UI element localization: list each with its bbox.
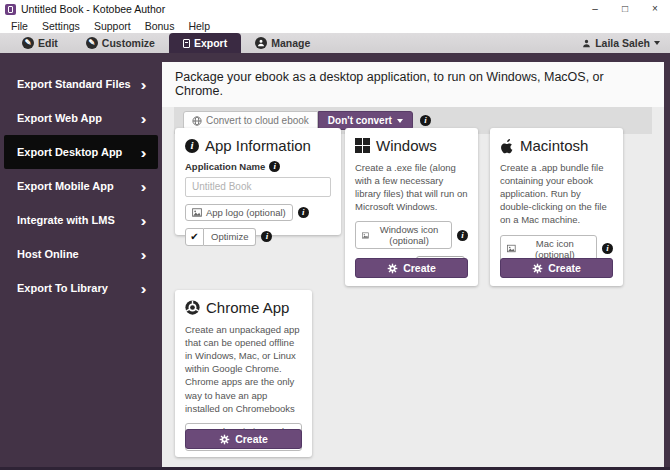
- menu-support[interactable]: Support: [87, 20, 138, 32]
- menu-help[interactable]: Help: [181, 20, 217, 32]
- chevron-right-icon: ›: [141, 77, 147, 92]
- windows-icon-button[interactable]: Windows icon (optional): [355, 221, 452, 249]
- pencil-icon: ✎: [86, 37, 98, 49]
- gear-icon: [387, 263, 398, 274]
- app-area: Export Standard Files › Export Web App ›…: [0, 53, 670, 470]
- maximize-button[interactable]: □: [610, 0, 640, 18]
- check-icon: ✔: [190, 231, 198, 242]
- create-chrome-button[interactable]: Create: [185, 429, 302, 449]
- panel-header: Package your ebook as a desktop applicat…: [162, 62, 664, 107]
- application-name-label: Application Name i: [185, 161, 331, 172]
- image-icon: [507, 244, 516, 253]
- card-title: Windows: [355, 137, 468, 154]
- chevron-right-icon: ›: [141, 213, 147, 228]
- card-description: Create an unpackaged app that can be ope…: [185, 323, 302, 415]
- info-icon: i: [185, 139, 199, 153]
- sidebar-item-integrate-with-lms[interactable]: Integrate with LMS ›: [4, 203, 158, 237]
- sidebar-item-export-to-library[interactable]: Export To Library ›: [4, 271, 158, 305]
- info-icon[interactable]: i: [457, 230, 468, 241]
- menu-bonus[interactable]: Bonus: [138, 20, 182, 32]
- windows-logo-icon: [355, 138, 370, 153]
- sidebar-item-export-web-app[interactable]: Export Web App ›: [4, 101, 158, 135]
- app-logo-button[interactable]: App logo (optional): [185, 204, 293, 221]
- chevron-right-icon: ›: [141, 111, 147, 126]
- chevron-down-icon: [654, 41, 660, 45]
- macintosh-card: Macintosh Create a .app bundle file cont…: [490, 128, 623, 286]
- card-title: Macintosh: [500, 137, 613, 154]
- main-panel: Package your ebook as a desktop applicat…: [162, 62, 664, 467]
- gear-icon: [532, 263, 543, 274]
- optimize-label[interactable]: Optimize: [204, 228, 256, 246]
- info-icon[interactable]: i: [420, 115, 431, 126]
- application-name-input[interactable]: [185, 177, 331, 197]
- apple-logo-icon: [500, 138, 514, 154]
- window-title: Untitled Book - Kotobee Author: [21, 3, 165, 15]
- chrome-logo-icon: [185, 300, 200, 315]
- chevron-down-icon: [397, 119, 403, 123]
- card-title: i App Information: [185, 137, 331, 154]
- tab-manage[interactable]: Manage: [241, 33, 324, 53]
- person-icon: [255, 37, 267, 49]
- gear-icon: [219, 434, 230, 445]
- card-description: Create a .app bundle file containing you…: [500, 161, 613, 227]
- chevron-right-icon: ›: [141, 145, 147, 160]
- sidebar-item-export-standard-files[interactable]: Export Standard Files ›: [4, 67, 158, 101]
- user-menu[interactable]: Laila Saleh: [582, 37, 670, 49]
- globe-icon: [192, 116, 202, 126]
- info-icon[interactable]: i: [261, 231, 272, 242]
- close-button[interactable]: ×: [640, 0, 670, 18]
- menu-settings[interactable]: Settings: [35, 20, 87, 32]
- chevron-right-icon: ›: [141, 247, 147, 262]
- kotobee-app-icon: [5, 4, 16, 15]
- person-icon: [582, 39, 591, 48]
- page-title: Package your ebook as a desktop applicat…: [175, 70, 651, 98]
- windows-card: Windows Create a .exe file (along with a…: [345, 128, 478, 286]
- chevron-right-icon: ›: [141, 281, 147, 296]
- export-box-icon: [183, 39, 190, 48]
- export-sidebar: Export Standard Files › Export Web App ›…: [0, 53, 162, 470]
- app-information-card: i App Information Application Name i App…: [175, 128, 341, 235]
- chevron-right-icon: ›: [141, 179, 147, 194]
- sidebar-item-export-mobile-app[interactable]: Export Mobile App ›: [4, 169, 158, 203]
- tab-bar: ✎ Edit ✎ Customize Export Manage Laila S…: [0, 33, 670, 53]
- chrome-app-card: Chrome App Create an unpackaged app that…: [175, 290, 312, 457]
- image-icon: [362, 231, 369, 240]
- create-mac-button[interactable]: Create: [500, 258, 613, 278]
- create-windows-button[interactable]: Create: [355, 258, 468, 278]
- info-icon[interactable]: i: [269, 161, 280, 172]
- sidebar-item-host-online[interactable]: Host Online ›: [4, 237, 158, 271]
- card-title: Chrome App: [185, 299, 302, 316]
- title-bar: Untitled Book - Kotobee Author – □ ×: [0, 0, 670, 18]
- pencil-icon: ✎: [22, 37, 34, 49]
- image-icon: [192, 208, 202, 217]
- card-description: Create a .exe file (along with a few nec…: [355, 161, 468, 213]
- menu-file[interactable]: File: [4, 20, 35, 32]
- tab-export[interactable]: Export: [169, 33, 241, 53]
- info-icon[interactable]: i: [602, 243, 613, 254]
- info-icon[interactable]: i: [298, 207, 309, 218]
- minimize-button[interactable]: –: [580, 0, 610, 18]
- optimize-checkbox[interactable]: ✔: [185, 228, 204, 246]
- tab-edit[interactable]: ✎ Edit: [8, 33, 72, 53]
- sidebar-item-export-desktop-app[interactable]: Export Desktop App ›: [4, 135, 158, 169]
- user-name: Laila Saleh: [595, 37, 650, 49]
- app-window: Untitled Book - Kotobee Author – □ × Fil…: [0, 0, 670, 470]
- menu-bar: File Settings Support Bonus Help: [0, 18, 670, 33]
- tab-customize[interactable]: ✎ Customize: [72, 33, 169, 53]
